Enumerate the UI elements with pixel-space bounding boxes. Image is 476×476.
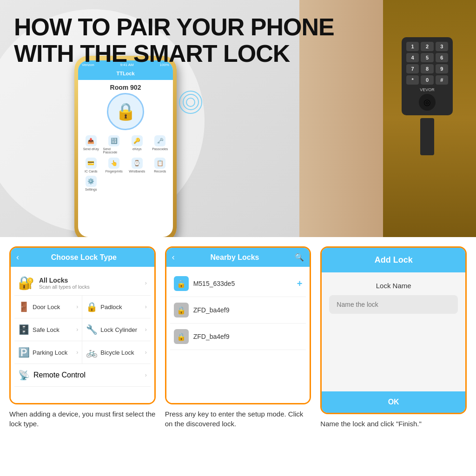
keypad-grid: 1 2 3 4 5 6 7 8 9 * 0 # (406, 42, 448, 85)
key-2: 2 (421, 42, 433, 51)
nearby-lock-3[interactable]: 🔒 ZFD_ba4ef9 (170, 324, 306, 350)
all-locks-row[interactable]: 🔐 All Locks Scan all types of locks › (14, 271, 151, 296)
bottom-steps-section: ‹ Choose Lock Type 🔐 All Locks Scan all … (0, 237, 476, 433)
nearby-lock-2-name: ZFD_ba4ef9 (193, 306, 303, 314)
top-hero-section: HOW TO PAIR YOUR PHONE WITH THE SMART LO… (0, 0, 476, 237)
grid-item-send-passcode: 🔢 Send Passcode (103, 134, 126, 155)
key-1: 1 (406, 42, 419, 51)
bicycle-lock-icon: 🚲 (86, 347, 98, 358)
choose-lock-title: Choose Lock Type (19, 253, 149, 262)
lock-handle (420, 118, 434, 155)
safe-lock-label: Safe Lock (33, 326, 60, 333)
remote-control-chevron: › (145, 372, 147, 378)
ok-button[interactable]: OK (322, 391, 465, 413)
nearby-lock-3-name: ZFD_ba4ef9 (193, 333, 303, 340)
step-3-card: Add Lock Lock Name OK Name the lock and … (320, 246, 467, 429)
door-lock-icon: 🚪 (18, 301, 30, 312)
step-2-caption: Press any key to enter the setup mode. C… (165, 409, 311, 429)
all-locks-sub: Scan all types of locks (39, 284, 145, 290)
phone-app-grid: 📤 Send eKey 🔢 Send Passcode 🔑 eKeys 🗝️ P… (78, 134, 173, 174)
key-0: 0 (421, 75, 433, 85)
key-7: 7 (406, 64, 419, 73)
lock-name-input[interactable] (329, 295, 458, 314)
nearby-lock-2[interactable]: 🔒 ZFD_ba4ef9 (170, 297, 306, 324)
padlock-label: Padlock (100, 304, 122, 311)
nearby-lock-1-icon: 🔒 (174, 276, 189, 291)
nearby-lock-1[interactable]: 🔒 M515_633de5 + (170, 271, 306, 297)
all-locks-label: All Locks (39, 277, 145, 284)
fingerprints-icon: 👆 (108, 158, 119, 169)
bicycle-lock-label: Bicycle Lock (100, 349, 134, 356)
phone-settings-row: ⚙️ Settings (78, 174, 173, 192)
add-lock-screen: Add Lock Lock Name OK (320, 246, 467, 414)
lock-cylinder-label: Lock Cylinder (100, 326, 137, 333)
door-lock-chevron: › (76, 304, 78, 310)
nearby-lock-3-icon: 🔒 (174, 329, 189, 344)
send-passcode-icon: 🔢 (108, 135, 119, 146)
nearby-locks-header: ‹ Nearby Locks 🔍 (166, 248, 310, 267)
step-1-card: ‹ Choose Lock Type 🔐 All Locks Scan all … (9, 246, 156, 429)
padlock-item[interactable]: 🔒 Padlock › (82, 296, 150, 318)
main-title-block: HOW TO PAIR YOUR PHONE WITH THE SMART LO… (14, 14, 334, 67)
bicycle-lock-chevron: › (145, 349, 147, 356)
nearby-locks-title: Nearby Locks (175, 253, 295, 262)
grid-item-send-ekey: 📤 Send eKey (80, 134, 102, 155)
lock-device: 1 2 3 4 5 6 7 8 9 * 0 # VEVOR ◎ (402, 37, 457, 155)
ic-cards-icon: 💳 (86, 158, 97, 169)
nearby-lock-1-name: M515_633de5 (193, 280, 297, 287)
key-star: * (406, 75, 419, 85)
key-5: 5 (421, 53, 433, 62)
phone-app-header: TTLock (78, 69, 173, 80)
safe-lock-chevron: › (76, 326, 78, 333)
phone-mockup: Verizon 9:41 AM 100% TTLock Room 902 🔒 📤… (74, 56, 181, 237)
safe-lock-icon: 🗄️ (18, 324, 30, 335)
nearby-locks-screen: ‹ Nearby Locks 🔍 🔒 M515_633de5 + 🔒 ZFD_b… (165, 246, 311, 404)
grid-item-ic-cards: 💳 IC Cards (80, 156, 102, 174)
choose-lock-type-screen: ‹ Choose Lock Type 🔐 All Locks Scan all … (9, 246, 156, 404)
bicycle-lock-item[interactable]: 🚲 Bicycle Lock › (82, 341, 150, 364)
nearby-locks-search-icon[interactable]: 🔍 (295, 253, 304, 262)
fingerprint-button[interactable]: ◎ (419, 94, 436, 111)
nearby-lock-1-add[interactable]: + (297, 278, 303, 289)
lock-keypad: 1 2 3 4 5 6 7 8 9 * 0 # VEVOR ◎ (402, 37, 453, 115)
settings-icon: ⚙️ (86, 176, 97, 187)
parking-lock-item[interactable]: 🅿️ Parking Lock › (14, 341, 82, 364)
lock-name-label: Lock Name (329, 282, 458, 290)
step-3-caption: Name the lock and click "Finish." (320, 419, 467, 429)
choose-lock-body: 🔐 All Locks Scan all types of locks › 🚪 … (11, 267, 154, 403)
ok-button-spacer (329, 321, 458, 382)
all-locks-chevron: › (145, 280, 147, 286)
parking-lock-label: Parking Lock (33, 349, 67, 356)
send-ekey-icon: 📤 (86, 135, 97, 146)
key-8: 8 (421, 64, 433, 73)
phone-body: Verizon 9:41 AM 100% TTLock Room 902 🔒 📤… (74, 56, 177, 237)
add-lock-body: Lock Name (322, 272, 465, 391)
main-title: HOW TO PAIR YOUR PHONE WITH THE SMART LO… (14, 14, 334, 67)
lock-cylinder-icon: 🔧 (86, 324, 98, 335)
padlock-icon: 🔒 (86, 301, 98, 312)
grid-item-fingerprints: 👆 Fingerprints (103, 156, 126, 174)
add-lock-header: Add Lock (322, 248, 465, 272)
remote-control-item[interactable]: 📡 Remote Control › (14, 364, 151, 387)
door-lock-item[interactable]: 🚪 Door Lock › (14, 296, 82, 318)
grid-item-ekeys: 🔑 eKeys (126, 134, 148, 155)
choose-lock-header: ‹ Choose Lock Type (11, 248, 154, 267)
add-lock-title: Add Lock (329, 255, 458, 265)
lock-brand: VEVOR (406, 87, 448, 92)
safe-lock-item[interactable]: 🗄️ Safe Lock › (14, 318, 82, 341)
ekeys-icon: 🔑 (132, 135, 143, 146)
all-locks-icon: 🔐 (18, 275, 34, 291)
key-6: 6 (436, 53, 448, 62)
door-lock-label: Door Lock (33, 304, 60, 311)
records-icon: 📋 (154, 158, 165, 169)
all-locks-text: All Locks Scan all types of locks (39, 277, 145, 290)
lock-cylinder-item[interactable]: 🔧 Lock Cylinder › (82, 318, 150, 341)
remote-control-label: Remote Control (33, 371, 86, 379)
passcodes-icon: 🗝️ (154, 135, 165, 146)
grid-item-settings: ⚙️ Settings (80, 174, 102, 192)
step-1-caption: When adding a device, you must first sel… (9, 409, 156, 429)
lock-cylinder-chevron: › (145, 326, 147, 333)
phone-lock-icon: 🔒 (107, 93, 144, 130)
phone-app-title: TTLock (82, 71, 169, 76)
wifi-arc-3 (179, 91, 202, 114)
